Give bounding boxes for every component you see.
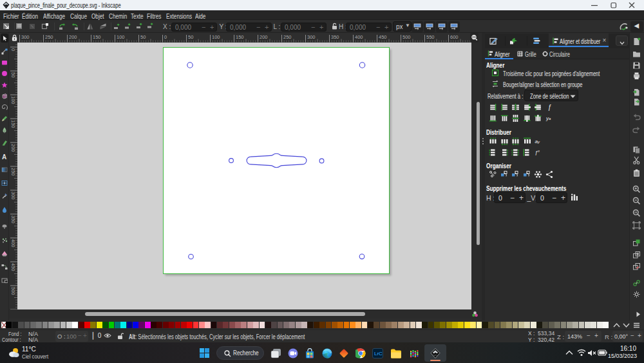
- svg-text:250: 250: [10, 168, 15, 176]
- svg-text:50: 50: [10, 72, 15, 77]
- svg-text:0: 0: [164, 34, 167, 40]
- svg-text:450: 450: [10, 263, 15, 271]
- svg-text:350: 350: [331, 34, 339, 40]
- svg-text:300: 300: [21, 34, 30, 40]
- svg-text:600: 600: [450, 34, 459, 40]
- svg-text:ya: ya: [545, 115, 551, 121]
- svg-text:500: 500: [402, 34, 411, 40]
- svg-text:A: A: [2, 153, 6, 160]
- svg-text:250: 250: [45, 34, 53, 40]
- svg-text:ay: ay: [535, 139, 540, 144]
- svg-text:300: 300: [10, 191, 15, 200]
- svg-text:500: 500: [10, 287, 15, 295]
- svg-text:100: 100: [117, 34, 125, 40]
- svg-text:0: 0: [10, 48, 15, 51]
- svg-text:150: 150: [93, 34, 101, 40]
- svg-text:550: 550: [426, 34, 435, 40]
- svg-text:100: 100: [212, 34, 220, 40]
- svg-text:50: 50: [188, 34, 193, 40]
- svg-text:ƒ: ƒ: [547, 104, 551, 111]
- svg-text:150: 150: [10, 120, 15, 128]
- svg-text:100: 100: [10, 96, 15, 104]
- svg-text:200: 200: [69, 34, 77, 40]
- svg-text:200: 200: [10, 144, 15, 152]
- svg-text:50: 50: [140, 34, 146, 40]
- svg-text:300: 300: [307, 34, 316, 40]
- svg-text:250: 250: [283, 34, 292, 40]
- svg-text:400: 400: [10, 239, 15, 248]
- svg-text:350: 350: [10, 215, 15, 224]
- svg-text:150: 150: [236, 34, 244, 40]
- svg-text:450: 450: [379, 34, 387, 40]
- svg-text:400: 400: [355, 34, 363, 40]
- svg-text:200: 200: [260, 34, 268, 40]
- svg-text:ƒo: ƒo: [535, 149, 540, 155]
